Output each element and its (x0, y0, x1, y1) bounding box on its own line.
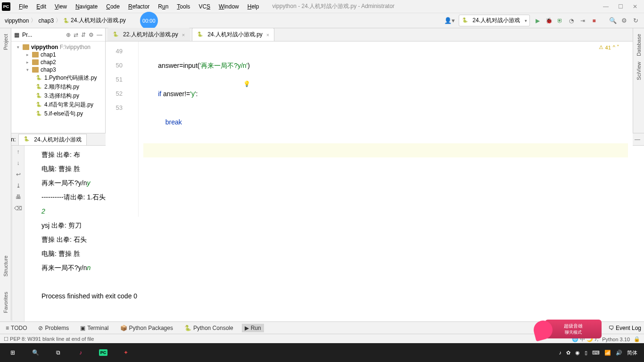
timer-badge: 00:00 (140, 12, 158, 30)
menu-tools[interactable]: Tools (173, 2, 194, 11)
hide-icon[interactable]: — (97, 32, 102, 38)
gear-icon[interactable]: ⚙ (89, 32, 94, 38)
database-tool-button[interactable]: Database (636, 31, 642, 59)
expand-icon[interactable]: ⇄ (74, 32, 78, 38)
intention-bulb-icon[interactable]: 💡 (243, 81, 250, 87)
coverage-button[interactable]: ⛨ (556, 17, 564, 25)
update-icon[interactable]: ↻ (632, 17, 639, 25)
profile-button[interactable]: ◔ (568, 17, 575, 25)
close-icon[interactable]: × (182, 32, 185, 38)
tray-icon[interactable]: ♪ (559, 350, 562, 355)
taskview-button[interactable]: ⧉ (47, 343, 69, 362)
run-config-select[interactable]: 🐍24.人机对战小游戏 (459, 15, 530, 26)
tray-icon[interactable]: ◉ (575, 350, 580, 356)
python-interpreter[interactable]: Python 3.10 (602, 337, 630, 342)
stop-button[interactable]: ■ (590, 17, 598, 25)
menu-edit[interactable]: Edit (33, 2, 50, 11)
minimize-icon[interactable]: — (603, 3, 609, 10)
menu-run[interactable]: Run (154, 2, 172, 11)
chevron-right-icon: 〉 (31, 16, 36, 25)
favorites-tool-button[interactable]: Favorites (3, 289, 8, 316)
print-icon[interactable]: 🖶 (16, 194, 21, 200)
menu-view[interactable]: View (51, 2, 71, 11)
debug-button[interactable]: 🐞 (545, 17, 553, 25)
event-log-button[interactable]: 🗨 Event Log (609, 325, 641, 331)
app-logo: PC (2, 2, 10, 11)
menu-vcs[interactable]: VCS (195, 2, 214, 11)
tray-icon[interactable]: ⌨ (592, 350, 600, 356)
menu-navigate[interactable]: Navigate (72, 2, 101, 11)
attach-button[interactable]: ⇥ (579, 17, 586, 25)
run-tool-button[interactable]: ▶ Run (242, 324, 264, 332)
taskbar-app-pycharm[interactable]: PC (92, 343, 114, 362)
close-icon[interactable]: × (266, 32, 269, 38)
python-packages-button[interactable]: 📦 Python Packages (117, 324, 176, 332)
settings-icon[interactable]: ⚙ (620, 17, 628, 25)
taskbar-app[interactable]: ♪ (70, 343, 91, 362)
soft-wrap-icon[interactable]: ↩ (16, 171, 21, 178)
breadcrumb: vippython 〉 chap3 〉 🐍24.人机对战小游戏.py (5, 16, 126, 25)
tray-icon[interactable]: 📶 (604, 350, 611, 356)
user-icon[interactable]: 👤▾ (444, 17, 455, 24)
problems-tool-button[interactable]: ⊘ Problems (35, 324, 72, 332)
lock-icon[interactable]: 🔒 (634, 336, 640, 342)
status-message: ☐ PEP 8: W391 blank line at end of file (4, 336, 94, 342)
music-widget[interactable]: 超级音雄 聊天模式 (545, 320, 602, 338)
scroll-end-icon[interactable]: ⤓ (16, 182, 21, 189)
menu-file[interactable]: File (15, 2, 32, 11)
breadcrumb-item[interactable]: vippython (5, 17, 29, 24)
search-button[interactable]: 🔍 (25, 343, 46, 362)
down-icon[interactable]: ↓ (17, 160, 20, 166)
maximize-icon[interactable]: ☐ (618, 3, 623, 10)
close-icon[interactable]: ✕ (633, 3, 637, 10)
menu-refactor[interactable]: Refactor (124, 2, 153, 11)
terminal-tool-button[interactable]: ▣ Terminal (77, 324, 111, 332)
menu-code[interactable]: Code (102, 2, 124, 11)
project-tree-icon: ▦ (14, 32, 19, 38)
tray-volume-icon[interactable]: 🔊 (616, 350, 622, 356)
menu-help[interactable]: Help (244, 2, 263, 11)
menu-window[interactable]: Window (215, 2, 243, 11)
hide-icon[interactable]: — (635, 136, 640, 143)
inspection-widget[interactable]: ⚠ 41 ^ ˅ (599, 44, 619, 50)
project-tree-title: Pr... (22, 32, 63, 38)
editor-tab[interactable]: 🐍22.人机对战小游戏.py× (107, 28, 190, 41)
locate-icon[interactable]: ⊕ (66, 32, 71, 38)
structure-tool-button[interactable]: Structure (3, 253, 8, 280)
tray-icon[interactable]: ✿ (566, 350, 570, 356)
code-editor[interactable]: 💡 49 50 51 52 53 answer=input('再来一局不?y/n… (106, 41, 633, 217)
breadcrumb-item[interactable]: chap3 (38, 17, 54, 24)
project-tree[interactable]: ▾vippython F:\vippython ▸chap1 ▸chap2 ▾c… (11, 41, 105, 133)
sciview-tool-button[interactable]: SciView (636, 59, 642, 83)
todo-tool-button[interactable]: ≡ TODO (3, 324, 30, 332)
clear-icon[interactable]: ⌫ (14, 205, 22, 212)
breadcrumb-item[interactable]: 🐍24.人机对战小游戏.py (63, 16, 126, 25)
chevron-right-icon: 〉 (56, 16, 61, 25)
python-console-button[interactable]: 🐍 Python Console (182, 324, 236, 332)
taskbar-app[interactable]: ✦ (115, 343, 137, 362)
menubar: File Edit View Navigate Code Refactor Ru… (15, 2, 263, 11)
project-tool-button[interactable]: Project (3, 31, 8, 53)
up-icon[interactable]: ↑ (17, 148, 20, 155)
run-button[interactable]: ▶ (534, 17, 541, 25)
start-button[interactable]: ⊞ (2, 343, 24, 362)
line-numbers: 49 50 51 52 53 (106, 41, 127, 217)
window-title: vippython - 24.人机对战小游戏.py - Administrato… (272, 2, 394, 10)
tray-icon[interactable]: ▯ (585, 350, 587, 356)
collapse-icon[interactable]: ⇵ (81, 32, 86, 38)
run-tab[interactable]: 🐍24.人机对战小游戏 (18, 134, 87, 145)
tray-lang[interactable]: 简体 (627, 349, 637, 356)
search-everywhere-icon[interactable]: 🔍 (609, 17, 617, 25)
editor-tab[interactable]: 🐍24.人机对战小游戏.py× (192, 28, 274, 41)
